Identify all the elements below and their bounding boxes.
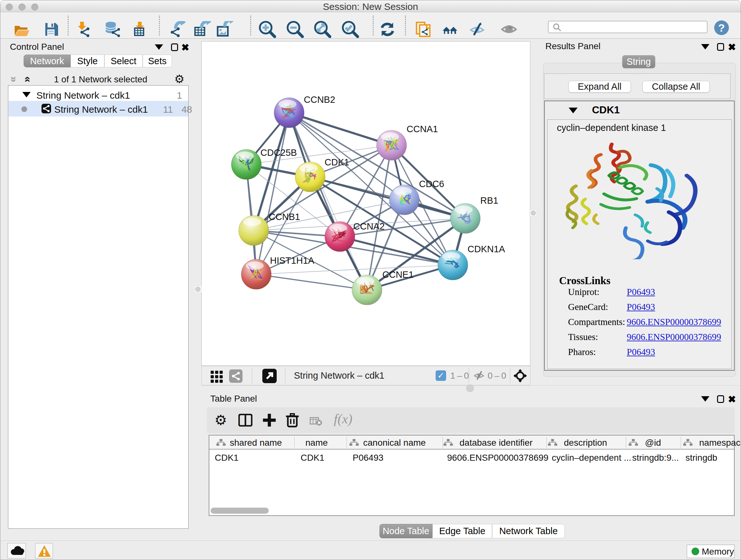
svg-text:CDK1: CDK1 — [325, 157, 349, 167]
svg-text:CCNA2: CCNA2 — [353, 221, 385, 232]
svg-text:CCNB1: CCNB1 — [269, 212, 300, 222]
svg-text:CDKN1A: CDKN1A — [468, 244, 505, 254]
svg-text:CDC25B: CDC25B — [260, 147, 297, 158]
svg-text:HIST1H1A: HIST1H1A — [270, 255, 314, 266]
svg-text:CDC6: CDC6 — [419, 179, 444, 189]
svg-text:CCNE1: CCNE1 — [382, 269, 414, 280]
svg-text:RB1: RB1 — [480, 195, 498, 206]
svg-text:CCNA1: CCNA1 — [407, 124, 438, 134]
svg-text:CCNB2: CCNB2 — [304, 95, 335, 105]
